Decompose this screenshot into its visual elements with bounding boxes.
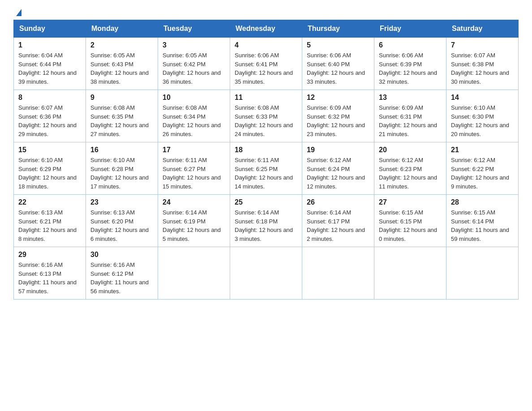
day-info: Sunrise: 6:13 AMSunset: 6:21 PMDaylight:…: [18, 209, 77, 242]
day-number: 26: [307, 198, 369, 206]
calendar-cell: [446, 247, 519, 300]
calendar-cell: 19 Sunrise: 6:12 AMSunset: 6:24 PMDaylig…: [302, 142, 374, 195]
week-row-5: 29 Sunrise: 6:16 AMSunset: 6:13 PMDaylig…: [14, 247, 519, 300]
calendar-cell: 20 Sunrise: 6:12 AMSunset: 6:23 PMDaylig…: [374, 142, 446, 195]
day-info: Sunrise: 6:07 AMSunset: 6:38 PMDaylight:…: [451, 52, 509, 85]
calendar-cell: 12 Sunrise: 6:09 AMSunset: 6:32 PMDaylig…: [302, 90, 374, 142]
day-number: 6: [379, 41, 442, 49]
day-number: 3: [163, 41, 225, 49]
day-info: Sunrise: 6:13 AMSunset: 6:20 PMDaylight:…: [90, 209, 149, 242]
logo: [13, 9, 21, 15]
calendar-cell: 11 Sunrise: 6:08 AMSunset: 6:33 PMDaylig…: [230, 90, 302, 142]
day-info: Sunrise: 6:08 AMSunset: 6:33 PMDaylight:…: [235, 104, 293, 137]
calendar-cell: 23 Sunrise: 6:13 AMSunset: 6:20 PMDaylig…: [86, 195, 158, 247]
calendar-cell: 24 Sunrise: 6:14 AMSunset: 6:19 PMDaylig…: [158, 195, 230, 247]
day-info: Sunrise: 6:05 AMSunset: 6:43 PMDaylight:…: [90, 52, 149, 85]
calendar-cell: 15 Sunrise: 6:10 AMSunset: 6:29 PMDaylig…: [14, 142, 86, 195]
calendar-cell: 18 Sunrise: 6:11 AMSunset: 6:25 PMDaylig…: [230, 142, 302, 195]
day-number: 8: [18, 94, 81, 102]
day-info: Sunrise: 6:15 AMSunset: 6:14 PMDaylight:…: [451, 209, 509, 242]
calendar-cell: 2 Sunrise: 6:05 AMSunset: 6:43 PMDayligh…: [86, 38, 158, 90]
calendar-cell: 17 Sunrise: 6:11 AMSunset: 6:27 PMDaylig…: [158, 142, 230, 195]
day-info: Sunrise: 6:15 AMSunset: 6:15 PMDaylight:…: [379, 209, 437, 242]
calendar-cell: 29 Sunrise: 6:16 AMSunset: 6:13 PMDaylig…: [14, 247, 86, 300]
col-saturday: Saturday: [446, 20, 519, 38]
calendar-cell: 1 Sunrise: 6:04 AMSunset: 6:44 PMDayligh…: [14, 38, 86, 90]
week-row-4: 22 Sunrise: 6:13 AMSunset: 6:21 PMDaylig…: [14, 195, 519, 247]
day-info: Sunrise: 6:14 AMSunset: 6:18 PMDaylight:…: [235, 209, 293, 242]
day-number: 23: [90, 198, 153, 206]
calendar-cell: 25 Sunrise: 6:14 AMSunset: 6:18 PMDaylig…: [230, 195, 302, 247]
day-number: 20: [379, 146, 442, 154]
calendar-cell: 5 Sunrise: 6:06 AMSunset: 6:40 PMDayligh…: [302, 38, 374, 90]
day-info: Sunrise: 6:06 AMSunset: 6:39 PMDaylight:…: [379, 52, 437, 85]
calendar-cell: 8 Sunrise: 6:07 AMSunset: 6:36 PMDayligh…: [14, 90, 86, 142]
day-number: 15: [18, 146, 81, 154]
day-number: 19: [307, 146, 369, 154]
day-number: 5: [307, 41, 369, 49]
calendar-cell: [158, 247, 230, 300]
day-number: 1: [18, 41, 81, 49]
day-number: 29: [18, 251, 81, 259]
day-number: 16: [90, 146, 153, 154]
calendar-cell: 10 Sunrise: 6:08 AMSunset: 6:34 PMDaylig…: [158, 90, 230, 142]
day-info: Sunrise: 6:10 AMSunset: 6:29 PMDaylight:…: [18, 157, 77, 190]
day-number: 24: [163, 198, 225, 206]
day-info: Sunrise: 6:07 AMSunset: 6:36 PMDaylight:…: [18, 104, 77, 137]
day-info: Sunrise: 6:08 AMSunset: 6:35 PMDaylight:…: [90, 104, 149, 137]
calendar-cell: 16 Sunrise: 6:10 AMSunset: 6:28 PMDaylig…: [86, 142, 158, 195]
day-number: 4: [235, 41, 297, 49]
calendar-cell: 21 Sunrise: 6:12 AMSunset: 6:22 PMDaylig…: [446, 142, 519, 195]
calendar-cell: 27 Sunrise: 6:15 AMSunset: 6:15 PMDaylig…: [374, 195, 446, 247]
calendar-cell: 3 Sunrise: 6:05 AMSunset: 6:42 PMDayligh…: [158, 38, 230, 90]
col-tuesday: Tuesday: [158, 20, 230, 38]
day-number: 21: [451, 146, 514, 154]
day-info: Sunrise: 6:09 AMSunset: 6:32 PMDaylight:…: [307, 104, 365, 137]
calendar-cell: [230, 247, 302, 300]
day-number: 11: [235, 94, 297, 102]
calendar-cell: 22 Sunrise: 6:13 AMSunset: 6:21 PMDaylig…: [14, 195, 86, 247]
day-number: 17: [163, 146, 225, 154]
day-number: 13: [379, 94, 442, 102]
calendar-cell: 26 Sunrise: 6:14 AMSunset: 6:17 PMDaylig…: [302, 195, 374, 247]
week-row-3: 15 Sunrise: 6:10 AMSunset: 6:29 PMDaylig…: [14, 142, 519, 195]
day-info: Sunrise: 6:14 AMSunset: 6:19 PMDaylight:…: [163, 209, 221, 242]
day-number: 28: [451, 198, 514, 206]
day-number: 18: [235, 146, 297, 154]
day-number: 2: [90, 41, 153, 49]
day-info: Sunrise: 6:06 AMSunset: 6:40 PMDaylight:…: [307, 52, 365, 85]
week-row-1: 1 Sunrise: 6:04 AMSunset: 6:44 PMDayligh…: [14, 38, 519, 90]
calendar-cell: 13 Sunrise: 6:09 AMSunset: 6:31 PMDaylig…: [374, 90, 446, 142]
day-info: Sunrise: 6:10 AMSunset: 6:30 PMDaylight:…: [451, 104, 509, 137]
day-number: 25: [235, 198, 297, 206]
day-number: 14: [451, 94, 514, 102]
col-thursday: Thursday: [302, 20, 374, 38]
day-info: Sunrise: 6:12 AMSunset: 6:23 PMDaylight:…: [379, 157, 437, 190]
header-row: Sunday Monday Tuesday Wednesday Thursday…: [14, 20, 519, 38]
header: [13, 9, 519, 15]
day-number: 9: [90, 94, 153, 102]
col-monday: Monday: [86, 20, 158, 38]
calendar-cell: 14 Sunrise: 6:10 AMSunset: 6:30 PMDaylig…: [446, 90, 519, 142]
day-info: Sunrise: 6:14 AMSunset: 6:17 PMDaylight:…: [307, 209, 365, 242]
day-info: Sunrise: 6:16 AMSunset: 6:13 PMDaylight:…: [18, 261, 77, 295]
calendar-cell: 30 Sunrise: 6:16 AMSunset: 6:12 PMDaylig…: [86, 247, 158, 300]
logo-icon: [13, 9, 21, 15]
day-info: Sunrise: 6:11 AMSunset: 6:25 PMDaylight:…: [235, 157, 293, 190]
day-info: Sunrise: 6:12 AMSunset: 6:22 PMDaylight:…: [451, 157, 509, 190]
day-info: Sunrise: 6:05 AMSunset: 6:42 PMDaylight:…: [163, 52, 221, 85]
calendar-cell: [374, 247, 446, 300]
day-number: 30: [90, 251, 153, 259]
day-number: 27: [379, 198, 442, 206]
col-sunday: Sunday: [14, 20, 86, 38]
day-info: Sunrise: 6:09 AMSunset: 6:31 PMDaylight:…: [379, 104, 437, 137]
week-row-2: 8 Sunrise: 6:07 AMSunset: 6:36 PMDayligh…: [14, 90, 519, 142]
day-info: Sunrise: 6:10 AMSunset: 6:28 PMDaylight:…: [90, 157, 149, 190]
day-info: Sunrise: 6:06 AMSunset: 6:41 PMDaylight:…: [235, 52, 293, 85]
calendar-table: Sunday Monday Tuesday Wednesday Thursday…: [13, 20, 519, 300]
calendar-cell: [302, 247, 374, 300]
calendar-cell: 7 Sunrise: 6:07 AMSunset: 6:38 PMDayligh…: [446, 38, 519, 90]
day-info: Sunrise: 6:04 AMSunset: 6:44 PMDaylight:…: [18, 52, 77, 85]
calendar-cell: 6 Sunrise: 6:06 AMSunset: 6:39 PMDayligh…: [374, 38, 446, 90]
calendar-cell: 28 Sunrise: 6:15 AMSunset: 6:14 PMDaylig…: [446, 195, 519, 247]
